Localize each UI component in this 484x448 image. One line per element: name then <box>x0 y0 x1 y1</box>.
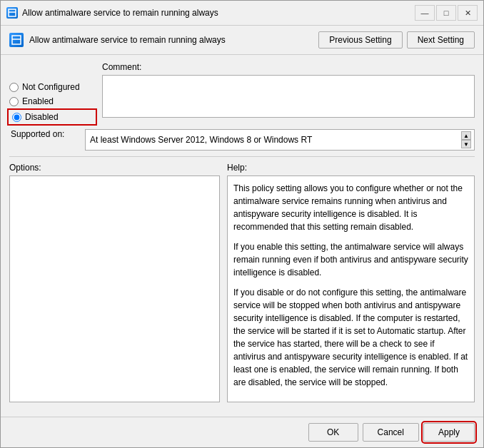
header-icon <box>9 33 24 47</box>
radio-column: Not Configured Enabled Disabled <box>9 62 95 123</box>
radio-not-configured[interactable]: Not Configured <box>9 82 95 92</box>
maximize-button[interactable]: □ <box>436 5 456 21</box>
window-title: Allow antimalware service to remain runn… <box>22 8 218 18</box>
help-panel: Help: This policy setting allows you to … <box>227 163 475 402</box>
content-area: Not Configured Enabled Disabled Comment:… <box>1 55 483 417</box>
previous-setting-button[interactable]: Previous Setting <box>318 31 402 49</box>
header-title-container: Allow antimalware service to remain runn… <box>9 33 226 47</box>
supported-value: At least Windows Server 2012, Windows 8 … <box>86 130 474 150</box>
radio-enabled[interactable]: Enabled <box>9 96 95 106</box>
help-paragraph-3: If you disable or do not configure this … <box>233 286 468 389</box>
ok-button[interactable]: OK <box>308 423 358 442</box>
help-paragraph-1: This policy setting allows you to config… <box>233 182 468 233</box>
radio-disabled-label[interactable]: Disabled <box>25 112 59 122</box>
help-label: Help: <box>227 163 475 173</box>
supported-scroll-up[interactable]: ▲ <box>461 131 471 140</box>
comment-section: Comment: <box>102 62 475 123</box>
title-bar: Allow antimalware service to remain runn… <box>1 1 483 26</box>
comment-textarea[interactable] <box>102 75 475 118</box>
supported-scrollbar: ▲ ▼ <box>461 131 473 148</box>
apply-button[interactable]: Apply <box>423 423 475 442</box>
svg-rect-0 <box>9 9 16 16</box>
bottom-section: Options: Help: This policy setting allow… <box>9 163 475 402</box>
options-panel: Options: <box>9 163 220 402</box>
radio-enabled-input[interactable] <box>9 97 19 106</box>
help-text-box: This policy setting allows you to config… <box>227 175 475 402</box>
help-paragraph-2: If you enable this setting, the antimalw… <box>233 240 468 279</box>
cancel-button[interactable]: Cancel <box>363 423 419 442</box>
radio-not-configured-label[interactable]: Not Configured <box>22 82 80 92</box>
main-window: Allow antimalware service to remain runn… <box>0 0 484 448</box>
top-section: Not Configured Enabled Disabled Comment: <box>9 62 475 123</box>
options-label: Options: <box>9 163 220 173</box>
minimize-button[interactable]: — <box>415 5 435 21</box>
svg-rect-2 <box>12 36 21 44</box>
radio-enabled-label[interactable]: Enabled <box>22 96 54 106</box>
radio-disabled-input[interactable] <box>12 113 21 122</box>
supported-section: Supported on: At least Windows Server 20… <box>9 129 475 151</box>
next-setting-button[interactable]: Next Setting <box>407 31 475 49</box>
supported-scroll-down[interactable]: ▼ <box>461 140 471 148</box>
supported-value-container: At least Windows Server 2012, Windows 8 … <box>85 129 475 151</box>
radio-disabled[interactable]: Disabled <box>9 111 95 123</box>
radio-not-configured-input[interactable] <box>9 83 19 92</box>
section-divider <box>9 156 475 157</box>
title-bar-left: Allow antimalware service to remain runn… <box>6 7 218 19</box>
comment-label: Comment: <box>102 62 475 72</box>
close-button[interactable]: ✕ <box>458 5 478 21</box>
window-icon <box>6 7 18 19</box>
header-bar: Allow antimalware service to remain runn… <box>1 26 483 55</box>
options-box <box>9 175 220 402</box>
title-controls: — □ ✕ <box>415 5 478 21</box>
header-title: Allow antimalware service to remain runn… <box>29 35 226 45</box>
supported-label: Supported on: <box>9 129 81 139</box>
nav-buttons: Previous Setting Next Setting <box>318 31 475 49</box>
footer: OK Cancel Apply <box>1 417 483 447</box>
